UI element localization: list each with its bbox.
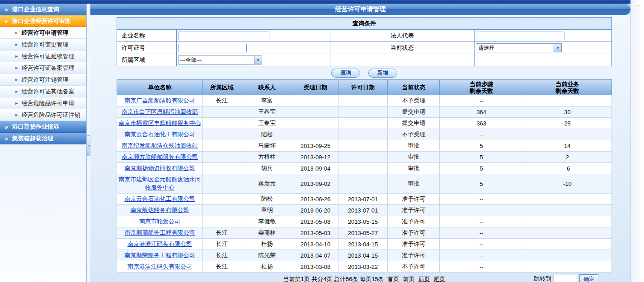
sidebar-item-label: 经营许可变更管理 (22, 41, 69, 49)
company-name-link[interactable]: 南京港清江码头有限公司 (127, 240, 192, 247)
table-row: 南京航达船务有限公司章明2013-06-202013-07-01准予许可-- (117, 205, 612, 216)
biz-days-cell (523, 227, 612, 239)
company-name-link[interactable]: 南京市栖霞区丰辉船舶服务中心 (118, 120, 201, 126)
status-select[interactable]: 请选择 ▼ (476, 43, 562, 52)
arrow-right-icon: ▸ (15, 42, 18, 47)
table-row: 南京市白下区恩赐污油回收部王春宝提交申请36430 (117, 106, 612, 118)
sidebar-item[interactable]: ▸经营许可证备案管理 (0, 62, 86, 74)
status-cell: 提交申请 (388, 118, 440, 129)
sidebar-collapse-handle[interactable]: ◂ (87, 135, 90, 156)
table-row: 南京市建邺区金元船舶废油水回收服务中心蒋新元2013-09-02审批5-10 (117, 174, 612, 194)
region-cell (202, 205, 241, 216)
license-date-cell (338, 163, 388, 174)
company-name-link[interactable]: 南京市白下区恩赐污油回收部 (122, 108, 198, 115)
sidebar-item[interactable]: ▸经营许可变更管理 (0, 39, 86, 51)
add-button[interactable]: 新增 (368, 69, 397, 78)
company-name-cell: 南京市轮渡公司 (117, 216, 203, 227)
prev-page-link[interactable]: 前页 (403, 275, 415, 282)
contact-cell: 李健敏 (241, 216, 293, 227)
accept-date-cell: 2013-04-10 (293, 239, 338, 250)
sidebar-item[interactable]: ▸经营许可证延续管理 (0, 51, 86, 62)
company-name-link[interactable]: 南京顺珊船务工程有限公司 (124, 229, 195, 236)
company-name-cell: 南京云合石油化工有限公司 (117, 129, 203, 140)
right-panel-strip: ⋯ (630, 0, 644, 282)
sidebar-group[interactable]: »港口企业信息查询 (0, 4, 86, 15)
accept-date-cell: 2013-09-12 (293, 152, 338, 163)
accept-date-cell (293, 106, 338, 118)
company-name-link[interactable]: 南京云合石油化工有限公司 (124, 131, 195, 138)
license-date-cell (338, 106, 388, 118)
arrow-right-icon: ▸ (15, 54, 18, 59)
search-button[interactable]: 查询 (331, 69, 360, 78)
company-name-link[interactable]: 南京广益船舶清舱有限公司 (124, 97, 195, 104)
sidebar-menu: »港口企业信息查询»港口企业经营许可审批▸经营许可申请管理▸经营许可变更管理▸经… (0, 4, 86, 144)
first-page-link[interactable]: 首页 (388, 275, 400, 282)
sidebar-item-label: 经营许可证延续管理 (22, 52, 75, 60)
sidebar-group[interactable]: »集装箱超载治理 (0, 133, 86, 144)
accept-date-cell (293, 95, 338, 106)
window-overflow-dots[interactable]: ⋯ (631, 3, 644, 9)
status-cell: 审批 (388, 152, 440, 163)
company-name-link[interactable]: 南京云合石油化工有限公司 (124, 195, 195, 202)
biz-days-cell: 30 (523, 106, 612, 118)
biz-days-cell: -6 (523, 163, 612, 174)
column-header: 当前业务 剩余天数 (523, 80, 612, 95)
status-cell: 审批 (388, 174, 440, 194)
action-bar: 查询 新增 (117, 66, 612, 79)
status-cell: 准予许可 (388, 194, 440, 205)
results-table: 单位名称所属区域联系人受理日期许可日期当前状态当前步骤 剩余天数当前业务 剩余天… (117, 79, 612, 273)
company-name-cell: 南京顺荣船务工程有限公司 (117, 250, 203, 261)
company-name-link[interactable]: 南京航达船务有限公司 (130, 207, 189, 213)
sidebar-item[interactable]: ▸经营危险品许可申请 (0, 97, 86, 109)
biz-days-cell (523, 250, 612, 261)
region-cell: 长江 (202, 239, 241, 250)
region-cell (202, 140, 241, 152)
company-name-link[interactable]: 南京市轮渡公司 (139, 218, 180, 225)
sidebar-item-label: 经营危险品许可申请 (22, 99, 75, 107)
company-name-input[interactable] (178, 32, 269, 40)
sidebar-item[interactable]: ▸经营许可证其他备案 (0, 86, 86, 97)
biz-days-cell (523, 216, 612, 227)
accept-date-cell (293, 118, 338, 129)
company-name-link[interactable]: 南京顺荣船务工程有限公司 (124, 252, 195, 259)
sidebar-group-label: 港口企业经营许可审批 (12, 17, 71, 25)
column-header: 许可日期 (338, 80, 388, 95)
license-date-cell (338, 152, 388, 163)
company-name-link[interactable]: 南京港清江码头有限公司 (127, 263, 192, 270)
region-select[interactable]: —全部— ▼ (178, 55, 262, 65)
sidebar-item[interactable]: ▸经营许可注销管理 (0, 74, 86, 86)
last-page-link[interactable]: 尾页 (434, 275, 446, 282)
step-days-cell: 5 (440, 163, 523, 174)
accept-date-cell: 2013-05-08 (293, 216, 338, 227)
contact-cell: 陈光荣 (241, 250, 293, 261)
sidebar-group[interactable]: »港口企业经营许可审批 (0, 15, 86, 27)
next-page-link[interactable]: 后页 (418, 275, 430, 282)
company-name-link[interactable]: 南京顺方欣船舶服务有限公司 (122, 153, 198, 160)
empty-cell (330, 54, 475, 66)
jump-page-input[interactable] (554, 275, 577, 282)
accept-date-cell: 2013-09-04 (293, 163, 338, 174)
company-name-cell: 南京广益船舶清舱有限公司 (117, 95, 203, 106)
license-no-input[interactable] (178, 44, 247, 52)
biz-days-cell (523, 194, 612, 205)
license-date-cell (338, 174, 388, 194)
company-name-label: 企业名称 (117, 30, 177, 42)
sidebar-group-label: 集装箱超载治理 (12, 134, 53, 143)
sidebar-item[interactable]: ▸经营许可申请管理 (0, 27, 86, 39)
double-chevron-icon: » (5, 124, 8, 130)
column-header: 单位名称 (117, 80, 203, 95)
legal-rep-input[interactable] (476, 32, 564, 40)
company-name-link[interactable]: 南京顺扬物资回收有限公司 (124, 165, 195, 171)
status-cell: 提交申请 (388, 106, 440, 118)
step-days-cell: -- (440, 129, 523, 140)
company-name-cell: 南京港清江码头有限公司 (117, 261, 203, 273)
company-name-link[interactable]: 南京市建邺区金元船舶废油水回收服务中心 (118, 176, 201, 191)
contact-cell: 李富 (241, 95, 293, 106)
contact-cell: 章明 (241, 205, 293, 216)
sidebar-group[interactable]: »港口普货作业报港 (0, 121, 86, 133)
company-name-link[interactable]: 南京纪发船舶清仓残油回收站 (122, 142, 198, 149)
sidebar-item[interactable]: ▸经营危险品许可证注销 (0, 109, 86, 121)
jump-confirm-button[interactable]: 确定 (579, 274, 598, 282)
company-name-cell: 南京航达船务有限公司 (117, 205, 203, 216)
step-days-cell: -- (440, 239, 523, 250)
